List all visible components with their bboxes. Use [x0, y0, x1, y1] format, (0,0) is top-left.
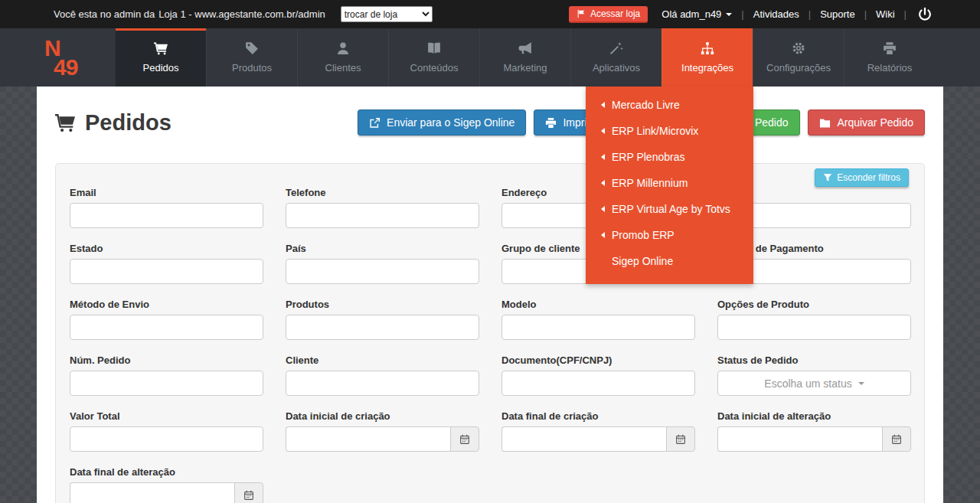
filter-control [286, 203, 479, 228]
filter-control [501, 371, 695, 396]
filter-label: Documento(CPF/CNPJ) [501, 354, 695, 366]
print-icon [545, 117, 557, 129]
greeting-label: Olá adm_n49 [662, 8, 721, 20]
nav-item-label: Marketing [503, 62, 547, 73]
main-nav: N 49 Pedidos Produtos Clientes Conteúdos… [0, 28, 980, 87]
link-suporte[interactable]: Suporte [820, 8, 855, 20]
user-menu[interactable]: Olá adm_n49 [662, 8, 732, 20]
nav-item-clientes[interactable]: Clientes [297, 28, 388, 87]
filter-input-opcoes-de-produto[interactable] [717, 315, 911, 340]
filter-input-estado[interactable] [70, 259, 263, 284]
filter-input-num-pedido[interactable] [70, 371, 263, 396]
filter-field-email: Email [70, 187, 263, 228]
topbar-right: Acessar loja Olá adm_n49 | Atividades | … [569, 6, 980, 23]
access-store-label: Acessar loja [590, 8, 640, 19]
filter-field-metodo-de-envio: Método de Envio [70, 299, 263, 340]
external-link-icon [369, 117, 381, 129]
calendar-addon[interactable] [234, 482, 263, 503]
filter-input-data-final-de-criacao[interactable] [501, 426, 666, 452]
filter-control [286, 426, 479, 452]
filter-control [70, 426, 263, 452]
integration-item-label: ERP Plenobras [612, 151, 684, 163]
filter-label: Telefone [286, 187, 479, 198]
nav-item-configuracoes[interactable]: Configurações [753, 28, 844, 87]
integration-item-sigep-online[interactable]: Sigep Online [586, 248, 753, 274]
page-title: Pedidos [55, 110, 172, 136]
cart-icon [154, 41, 168, 55]
filter-field-modelo: Modelo [501, 299, 695, 340]
integration-item-label: Promob ERP [612, 229, 675, 241]
filter-field-data-final-de-criacao: Data final de criação [501, 410, 695, 452]
filter-input-produtos[interactable] [286, 315, 479, 340]
send-sigep-button[interactable]: Enviar para o Sigep Online [358, 109, 526, 136]
calendar-addon[interactable] [666, 426, 695, 452]
filter-label: País [286, 243, 479, 254]
filter-input-email[interactable] [70, 203, 263, 228]
nav-item-aplicativos[interactable]: Aplicativos [570, 28, 662, 87]
power-icon[interactable] [917, 7, 933, 22]
integration-item-erp-virtual-age-by-totvs[interactable]: ERP Virtual Age by Totvs [586, 196, 753, 222]
filter-label: Núm. Pedido [70, 354, 263, 366]
filter-control [70, 371, 263, 396]
calendar-addon[interactable] [450, 426, 479, 452]
caret-left-icon [601, 206, 605, 212]
integration-item-erp-millennium[interactable]: ERP Millennium [586, 170, 753, 196]
nav-item-pedidos[interactable]: Pedidos [115, 28, 206, 87]
filter-input-data-final-de-alteracao[interactable] [70, 482, 234, 503]
caret-left-icon [601, 154, 605, 160]
integrations-dropdown-items: Mercado Livre ERP Link/Microvix ERP Plen… [586, 92, 753, 274]
filter-control [717, 315, 911, 340]
nav-item-conteudos[interactable]: Conteúdos [388, 28, 479, 87]
store-select[interactable]: trocar de loja [341, 6, 433, 22]
nav-items: Pedidos Produtos Clientes Conteúdos Mark… [115, 28, 935, 87]
filter-field-opcoes-de-produto: Opções de Produto [717, 299, 911, 340]
filter-field-data-final-de-alteracao: Data final de alteração [70, 466, 263, 503]
nav-item-produtos[interactable]: Produtos [206, 28, 297, 87]
n49-logo[interactable]: N 49 [37, 28, 115, 87]
filter-input-metodo-de-envio[interactable] [70, 315, 263, 340]
calendar-icon [675, 434, 686, 445]
filter-field-telefone: Telefone [286, 187, 479, 228]
filter-input-data-inicial-de-criacao[interactable] [286, 426, 450, 452]
link-atividades[interactable]: Atividades [753, 8, 799, 20]
filter-input-valor-total[interactable] [70, 426, 263, 452]
filter-label: Data inicial de alteração [717, 410, 911, 422]
filter-field-pais: País [286, 243, 479, 284]
filter-input-documento-cpf-cnpj[interactable] [501, 371, 695, 396]
integration-item-mercado-livre[interactable]: Mercado Livre [586, 92, 753, 118]
filter-label: Data final de criação [501, 410, 695, 422]
filter-label: Método de Envio [70, 299, 263, 310]
filter-input-telefone[interactable] [286, 203, 479, 228]
access-store-button[interactable]: Acessar loja [569, 6, 648, 23]
nav-item-relatorios[interactable]: Relatórios [844, 28, 935, 87]
filter-control [70, 259, 263, 284]
archive-order-button[interactable]: Arquivar Pedido [808, 109, 925, 136]
caret-left-icon [601, 232, 605, 238]
calendar-addon[interactable] [882, 426, 911, 452]
filter-input-modelo[interactable] [501, 315, 695, 340]
print-icon [883, 41, 897, 55]
integration-item-erp-link-microvix[interactable]: ERP Link/Microvix [586, 118, 753, 144]
page-content: Pedidos Enviar para o Sigep Online Impri… [37, 87, 943, 503]
caret-left-icon [601, 102, 605, 108]
integration-item-promob-erp[interactable]: Promob ERP [586, 222, 753, 248]
integration-item-erp-plenobras[interactable]: ERP Plenobras [586, 144, 753, 170]
calendar-icon [459, 434, 470, 445]
nav-item-label: Integrações [681, 62, 733, 73]
nav-item-integracoes[interactable]: Integrações [662, 28, 753, 87]
page-title-text: Pedidos [85, 110, 172, 136]
filter-control [70, 315, 263, 340]
link-wiki[interactable]: Wiki [876, 8, 895, 20]
filter-field-num-pedido: Núm. Pedido [70, 354, 263, 396]
filter-input-pais[interactable] [286, 259, 479, 284]
nav-item-marketing[interactable]: Marketing [479, 28, 570, 87]
filter-field-produtos: Produtos [286, 299, 479, 340]
filter-input-data-inicial-de-alteracao[interactable] [717, 426, 882, 452]
filter-input-cliente[interactable] [286, 371, 479, 396]
filter-label: Opções de Produto [717, 299, 911, 310]
admin-prefix: Você esta no admin da [54, 8, 155, 20]
tag-icon [245, 41, 259, 55]
status-select[interactable]: Escolha um status [717, 371, 911, 396]
nav-item-label: Conteúdos [410, 62, 459, 73]
hide-filters-button[interactable]: Esconder filtros [815, 168, 909, 187]
